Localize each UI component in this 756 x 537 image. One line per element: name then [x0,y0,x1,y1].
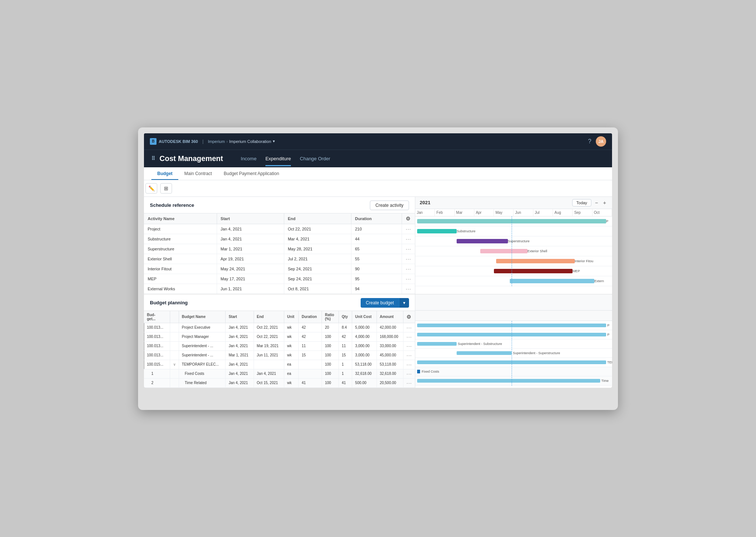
edit-button[interactable]: ✏️ [145,183,157,194]
sort-cell: ∨ [170,360,179,369]
gantt-nav: Today − + [572,199,608,206]
tab-change-order[interactable]: Change Order [300,151,330,166]
budget-gantt-row-5: Fixed Costs [415,367,612,376]
unit-cell: ea [284,369,298,378]
budget-end-cell [254,360,284,369]
more-budget-cell: ··· [403,332,415,341]
more-icon-3[interactable]: ··· [406,256,411,262]
more-icon-0[interactable]: ··· [406,226,411,232]
budget-table-row: 2 Time Related Jan 4, 2021 Oct 15, 2021 … [144,378,415,387]
budget-settings-icon[interactable]: ⚙ [406,314,411,320]
chevron-down-icon: ▾ [273,139,275,144]
amount-cell: 33,000.00 [377,341,403,350]
gantt-next-button[interactable]: + [602,199,608,206]
budget-name-cell: Superintendent - ... [179,341,226,350]
breadcrumb-imperium[interactable]: Imperium [208,139,225,144]
gantt-bar-label-5: MEP [573,269,580,273]
sort-cell [170,332,179,341]
unit-cost-cell: 53,118.00 [352,360,377,369]
schedule-gantt-section: 2021 Today − + Jan Feb Mar Apr May Jun J… [415,197,612,294]
tab-income[interactable]: Income [241,151,257,166]
collapse-icon[interactable]: ∨ [173,362,176,366]
month-mar: Mar [455,209,474,216]
budget-start-cell: Jan 4, 2021 [226,323,254,332]
breadcrumb-collaboration[interactable]: Imperium Collaboration ▾ [229,139,275,144]
budget-gantt-header-spacer [415,294,612,311]
col-unit: Unit [284,311,298,323]
budget-end-cell: Jun 11, 2021 [254,350,284,360]
start-cell: May 24, 2021 [217,264,284,274]
bim360-logo[interactable]: B AUTODESK BIM 360 [150,138,198,145]
budget-more-2[interactable]: ··· [406,343,412,349]
sort-cell [170,369,179,378]
budget-more-1[interactable]: ··· [406,334,412,340]
sort-cell [170,378,179,387]
budget-bar-label-6: Time [600,379,609,383]
autodesk-b-icon: B [150,138,157,145]
budget-start-cell: Jan 4, 2021 [226,369,254,378]
budget-more-0[interactable]: ··· [406,325,412,331]
more-icon-2[interactable]: ··· [406,246,411,252]
budget-table-row: 100.015... ∨ TEMPORARY ELEC... Jan 4, 20… [144,360,415,369]
month-may: May [494,209,513,216]
budget-bar-label-3: Superintendent - Superstructure [512,351,560,355]
budget-code-cell: 100.013... [144,341,170,350]
budget-end-cell: Oct 22, 2021 [254,332,284,341]
gantt-row-1: Substructure [415,226,612,236]
monitor-frame: B AUTODESK BIM 360 | Imperium › Imperium… [138,127,618,410]
gantt-bar-label-2: Superstructure [508,239,530,243]
filter-button[interactable]: ⊞ [160,183,172,194]
sort-cell [170,350,179,360]
tab-expenditure[interactable]: Expenditure [265,151,291,166]
schedule-table-section: Schedule reference Create activity Activ… [144,197,415,294]
create-activity-button[interactable]: Create activity [370,201,409,210]
col-end: End [284,213,351,224]
sub-tab-budget[interactable]: Budget [151,167,178,180]
unit-cost-cell: 500.00 [352,378,377,387]
more-icon-1[interactable]: ··· [406,236,411,242]
col-budget-start: Start [226,311,254,323]
schedule-settings-icon[interactable]: ⚙ [406,216,410,222]
budget-gantt-rows: P P Superintendent - Substruct [415,321,612,386]
user-avatar[interactable]: JA [596,136,606,147]
ratio-cell: 100 [322,378,339,387]
budget-more-3[interactable]: ··· [406,352,412,358]
month-jul: Jul [533,209,553,216]
grid-menu-icon[interactable]: ⠿ [151,155,155,161]
create-budget-dropdown[interactable]: ▾ [399,298,409,308]
budget-gantt-row-3: Superintendent - Superstructure [415,349,612,358]
create-budget-button[interactable]: Create budget [361,298,399,308]
budget-gantt-row-1: P [415,330,612,339]
today-button[interactable]: Today [572,199,591,206]
budget-bar-2: Superintendent - Substructure [417,342,457,346]
budget-more-4[interactable]: ··· [406,362,412,367]
more-icon-4[interactable]: ··· [406,266,411,272]
budget-bar-label-5: Fixed Costs [422,370,439,373]
more-icon-5[interactable]: ··· [406,276,411,282]
help-icon[interactable]: ? [588,138,591,145]
duration-cell [299,360,322,369]
gantt-prev-button[interactable]: − [594,199,599,206]
duration-cell: 11 [299,341,322,350]
budget-gantt-row-6: Time [415,376,612,386]
budget-table-row: 100.013... Project Executive Jan 4, 2021… [144,323,415,332]
more-icon-6[interactable]: ··· [406,286,411,292]
sub-tab-payment-application[interactable]: Budget Payment Application [218,167,285,180]
gantt-row-0: P [415,216,612,226]
budget-bar-label-4: TEM [606,360,612,364]
budget-more-6[interactable]: ··· [406,380,412,386]
amount-cell: 20,500.00 [377,378,403,387]
gantt-bar-4: Interior Fitou [496,259,575,263]
month-apr: Apr [474,209,494,216]
duration-cell: 42 [299,323,322,332]
sub-tab-main-contract[interactable]: Main Contract [178,167,218,180]
col-budget-name: Budget Name [179,311,226,323]
budget-more-5[interactable]: ··· [406,371,412,377]
col-activity-name: Activity Name [144,213,217,224]
duration-cell: 210 [351,224,402,234]
budget-name-cell: Time Related [179,378,226,387]
budget-bar-5-marker [417,370,420,373]
qty-cell: 11 [339,341,352,350]
activity-name-cell: Exterior Shell [144,254,217,264]
budget-code-cell: 100.013... [144,350,170,360]
